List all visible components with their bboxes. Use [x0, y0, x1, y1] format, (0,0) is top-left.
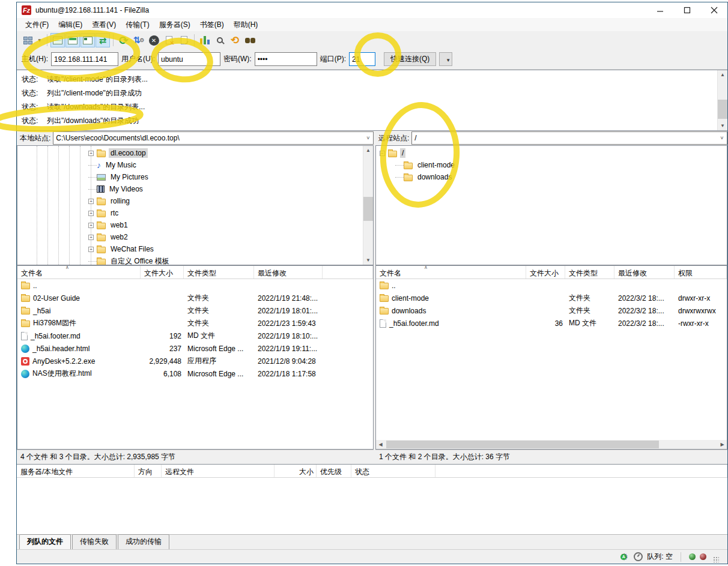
password-input[interactable]	[255, 52, 317, 66]
tree-item[interactable]: My Videos	[88, 183, 363, 195]
find-files-icon[interactable]	[213, 33, 227, 47]
username-input[interactable]	[158, 52, 220, 66]
column-header-name[interactable]: 文件名∧	[376, 266, 526, 278]
tree-item[interactable]: My Pictures	[88, 171, 363, 183]
file-row[interactable]: downloads文件夹2022/3/2 18:...drwxrwxrwx	[376, 304, 727, 317]
local-path-combobox[interactable]: C:\Users\ecoo\Documents\dl.ecoo.top\ ˅	[53, 131, 374, 145]
column-header-size[interactable]: 文件大小	[141, 266, 184, 278]
column-header-size[interactable]: 文件大小	[526, 266, 565, 278]
toggle-remote-tree-icon[interactable]	[80, 33, 95, 47]
synchronized-browsing-icon[interactable]: ⟲	[228, 33, 242, 47]
autoupdate-gear-icon[interactable]: ⚙A	[619, 552, 629, 562]
menu-file[interactable]: 文件(F)	[20, 18, 53, 32]
file-row[interactable]: ..	[17, 279, 373, 292]
expander-plus-icon[interactable]: +	[88, 199, 94, 204]
column-header-permissions[interactable]: 权限	[675, 266, 727, 278]
expander-plus-icon[interactable]: +	[88, 223, 94, 228]
expander-plus-icon[interactable]: +	[88, 247, 94, 252]
file-row[interactable]: _h5ai.footer.md36MD 文件2022/3/2 18:...-rw…	[376, 317, 727, 330]
cancel-icon[interactable]: ✕	[147, 33, 161, 47]
scroll-thumb[interactable]	[718, 100, 727, 119]
quickconnect-button[interactable]: 快速连接(Q)	[384, 52, 436, 66]
port-input[interactable]	[349, 52, 375, 66]
tree-item[interactable]: +rolling	[88, 195, 363, 207]
tree-item[interactable]: +web2	[88, 231, 363, 243]
tree-item[interactable]: +rtc	[88, 207, 363, 219]
refresh-icon[interactable]: ⟳	[117, 33, 131, 47]
scroll-down-icon[interactable]: ▼	[363, 256, 373, 265]
scroll-up-icon[interactable]: ▲	[718, 70, 727, 79]
file-row[interactable]: _h5ai.header.html237Microsoft Edge ...20…	[17, 342, 373, 355]
column-header-server-local[interactable]: 服务器/本地文件	[17, 465, 135, 477]
process-queue-icon[interactable]: ⇅⚙	[132, 33, 146, 47]
toggle-local-tree-icon[interactable]	[65, 33, 80, 47]
tab-failed-transfers[interactable]: 传输失败	[72, 534, 117, 549]
tree-item[interactable]: downloads	[380, 171, 727, 183]
site-manager-dropdown-icon[interactable]: ▼	[35, 33, 44, 47]
scroll-thumb[interactable]	[363, 197, 373, 221]
tree-item[interactable]: client-mode	[380, 159, 727, 171]
scroll-left-icon[interactable]: ◀	[376, 442, 385, 447]
expander-minus-icon[interactable]: −	[380, 151, 385, 156]
reconnect-icon[interactable]: ✓	[177, 33, 191, 47]
speed-limit-icon[interactable]	[634, 552, 643, 561]
scroll-up-icon[interactable]: ▲	[363, 146, 373, 155]
column-header-type[interactable]: 文件类型	[565, 266, 614, 278]
tab-queued-files[interactable]: 列队的文件	[19, 534, 71, 549]
file-row[interactable]: NAS使用教程.html6,108Microsoft Edge ...2022/…	[17, 367, 373, 380]
directory-compare-icon[interactable]	[198, 33, 212, 47]
minimize-button[interactable]	[646, 2, 673, 18]
column-header-name[interactable]: 文件名∧	[17, 266, 141, 278]
column-header-remote-file[interactable]: 远程文件	[162, 465, 275, 477]
column-header-priority[interactable]: 优先级	[317, 465, 351, 477]
menu-edit[interactable]: 编辑(E)	[53, 18, 87, 32]
resize-grip[interactable]	[713, 556, 719, 562]
toggle-transfer-queue-icon[interactable]: ⇄	[96, 33, 110, 47]
expander-plus-icon[interactable]: +	[88, 211, 94, 216]
file-row[interactable]: _h5ai.footer.md192MD 文件2022/1/19 18:10:.…	[17, 330, 373, 342]
column-header-status[interactable]: 状态	[351, 465, 435, 477]
column-header-type[interactable]: 文件类型	[184, 266, 254, 278]
quickconnect-dropdown-icon[interactable]: ▼	[439, 52, 452, 66]
tree-item[interactable]: ♪My Music	[88, 159, 363, 171]
tree-item[interactable]: +WeChat Files	[88, 243, 363, 255]
column-header-modified[interactable]: 最近修改	[614, 266, 675, 278]
tree-item[interactable]: −/	[380, 147, 727, 159]
maximize-button[interactable]	[673, 2, 700, 18]
file-row[interactable]: AnyDesk+5.2.2.exe2,929,448应用程序2021/12/8 …	[17, 355, 373, 367]
menu-bookmarks[interactable]: 书签(B)	[195, 18, 229, 32]
tab-successful-transfers[interactable]: 成功的传输	[118, 534, 169, 549]
scroll-right-icon[interactable]: ▶	[718, 442, 727, 447]
column-header-modified[interactable]: 最近修改	[254, 266, 323, 278]
toggle-message-log-icon[interactable]	[50, 33, 65, 47]
column-header-queue-size[interactable]: 大小	[275, 465, 317, 477]
file-row[interactable]: ..	[376, 279, 727, 292]
remote-path-combobox[interactable]: / ˅	[411, 131, 727, 145]
host-input[interactable]	[51, 52, 118, 66]
chevron-down-icon[interactable]: ˅	[717, 135, 727, 141]
menu-server[interactable]: 服务器(S)	[154, 18, 195, 32]
file-row[interactable]: 02-User Guide文件夹2022/1/19 21:48:...	[17, 292, 373, 304]
disconnect-icon[interactable]: ✕	[162, 33, 176, 47]
tree-item[interactable]: +dl.ecoo.top	[88, 147, 363, 159]
log-scrollbar[interactable]: ▲ ▼	[717, 70, 727, 130]
file-row[interactable]: _h5ai文件夹2022/1/19 18:01:...	[17, 304, 373, 317]
file-row[interactable]: client-mode文件夹2022/3/2 18:...drwxr-xr-x	[376, 292, 727, 304]
site-manager-icon[interactable]	[20, 33, 35, 47]
column-header-direction[interactable]: 方向	[135, 465, 162, 477]
scroll-down-icon[interactable]: ▼	[718, 121, 727, 130]
tree-item[interactable]: +web1	[88, 219, 363, 231]
menu-help[interactable]: 帮助(H)	[229, 18, 263, 32]
tree-item[interactable]: 自定义 Office 模板	[88, 255, 363, 265]
close-button[interactable]	[700, 2, 727, 18]
expander-plus-icon[interactable]: +	[88, 151, 94, 156]
local-tree-scrollbar[interactable]: ▲ ▼	[363, 146, 373, 265]
menu-view[interactable]: 查看(V)	[87, 18, 121, 32]
remote-list-hscrollbar[interactable]: ◀ ▶	[376, 440, 727, 449]
filter-binoculars-icon[interactable]	[243, 33, 257, 47]
menu-transfer[interactable]: 传输(T)	[121, 18, 154, 32]
file-row[interactable]: Hi3798M固件文件夹2022/1/23 1:59:43	[17, 317, 373, 330]
expander-plus-icon[interactable]: +	[88, 235, 94, 240]
chevron-down-icon[interactable]: ˅	[363, 135, 373, 141]
scroll-thumb[interactable]	[386, 441, 659, 448]
